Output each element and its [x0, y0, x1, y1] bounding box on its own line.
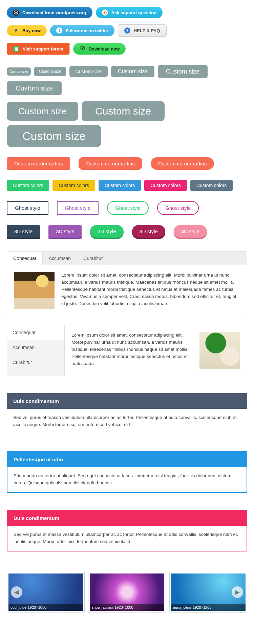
corner-radius-button[interactable]: Custom corner radius [151, 157, 214, 170]
corner-radius-button[interactable]: Custom corner radius [7, 157, 70, 170]
slide-caption: cool_blue-1920×1080 [8, 604, 83, 611]
panel-slate: Duis condimentum Sed vel purus et massa … [7, 393, 247, 434]
vtab-nav: Consequat Accumsan Curabitur [7, 325, 65, 376]
forum-icon: ▦ [13, 46, 19, 52]
visit-forum-button[interactable]: ▦ Visit support forum [7, 43, 70, 55]
tab-image [14, 272, 55, 309]
custom-colors-button[interactable]: Custom colors [99, 180, 141, 191]
custom-colors-button[interactable]: Custom colors [52, 180, 95, 191]
download-wordpress-button[interactable]: ⓦ Download from wordpress.org [7, 7, 92, 18]
tab-curabitur[interactable]: Curabitur [77, 251, 109, 265]
download-icon [79, 46, 85, 52]
ghost-button[interactable]: Ghost style [107, 201, 149, 215]
wordpress-icon: ⓦ [13, 9, 19, 16]
carousel-slide[interactable]: snow_aurora-1920×1080 [88, 572, 166, 612]
three-d-button[interactable]: 3D style [7, 225, 40, 238]
panel-body: Etiam porta eu tortor at aliquet. Sed eg… [7, 467, 247, 492]
follow-twitter-button[interactable]: t Follow me on twitter [50, 25, 114, 36]
vtab-consequat[interactable]: Consequat [7, 325, 64, 340]
ghost-button[interactable]: Ghost style [157, 201, 199, 215]
panel-title: Pellentesque at odio [7, 452, 247, 467]
vtab-accumsan[interactable]: Accumsan [7, 340, 64, 355]
image-carousel: ◀ cool_blue-1920×1080 snow_aurora-1920×1… [7, 572, 247, 612]
three-d-button[interactable]: 3D style [174, 225, 207, 238]
custom-colors-button[interactable]: Custom colors [144, 180, 187, 191]
custom-size-button[interactable]: Custom size [7, 67, 31, 76]
custom-size-button[interactable]: Custom size [82, 101, 165, 121]
paypal-icon: P [13, 27, 19, 34]
carousel-prev-button[interactable]: ◀ [11, 586, 22, 598]
panel-title: Duis condimentum [7, 510, 247, 526]
panel-body: Sed vel purus et massa vestibulum ullamc… [7, 526, 247, 551]
custom-colors-button[interactable]: Custom colors [7, 180, 49, 191]
vtab-content: Lorem ipsum dolor sit amet, consectetur … [71, 332, 193, 369]
tab-consequat[interactable]: Consequat [7, 251, 43, 265]
carousel-next-button[interactable]: ▶ [232, 586, 243, 598]
vertical-tabs: Consequat Accumsan Curabitur Lorem ipsum… [7, 325, 247, 376]
custom-size-button[interactable]: Custom size [111, 66, 154, 77]
custom-size-button[interactable]: Custom size [158, 65, 208, 78]
custom-size-button[interactable]: Custom size [7, 81, 62, 95]
horizontal-tabs: Consequat Accumsan Curabitur Lorem ipsum… [7, 251, 247, 316]
help-faq-button[interactable]: ? HELP & FAQ [118, 24, 167, 37]
three-d-button[interactable]: 3D style [48, 225, 82, 238]
download-now-button[interactable]: Download now [73, 43, 126, 55]
corner-radius-button[interactable]: Custom corner radius [79, 157, 142, 170]
three-d-button[interactable]: 3D style [132, 225, 165, 238]
buy-now-button[interactable]: P Buy now [7, 25, 47, 36]
ghost-button[interactable]: Ghost style [7, 201, 48, 215]
vtab-curabitur[interactable]: Curabitur [7, 355, 64, 370]
lifebuoy-icon: ◐ [102, 9, 108, 16]
tab-content: Lorem ipsum dolor sit amet, consectetur … [61, 272, 240, 309]
tab-accumsan[interactable]: Accumsan [43, 251, 77, 265]
label: Download from wordpress.org [22, 10, 86, 15]
three-d-button[interactable]: 3D style [90, 225, 123, 238]
custom-size-button[interactable]: Custom size [34, 67, 66, 76]
label: Follow me on twitter [66, 28, 108, 33]
twitter-icon: t [56, 27, 62, 34]
label: Buy now [22, 28, 41, 33]
panel-body: Sed vel purus et massa vestibulum ullamc… [7, 409, 247, 434]
label: Ask support question [111, 10, 157, 15]
ghost-button[interactable]: Ghost style [57, 201, 99, 215]
panel-pink: Duis condimentum Sed vel purus et massa … [7, 510, 247, 551]
custom-size-button[interactable]: Custom size [69, 66, 108, 77]
label: Visit support forum [23, 46, 63, 52]
custom-colors-button[interactable]: Custom colors [190, 180, 233, 191]
panel-blue: Pellentesque at odio Etiam porta eu tort… [7, 451, 247, 493]
custom-size-button[interactable]: Custom size [7, 125, 101, 147]
slide-caption: snow_aurora-1920×1080 [90, 604, 164, 611]
vtab-image [199, 332, 240, 369]
slide-caption: aqua_clear-1920×1200 [171, 604, 246, 611]
label: HELP & FAQ [134, 28, 160, 33]
help-icon: ? [124, 27, 130, 34]
tabs-bar: Consequat Accumsan Curabitur [7, 251, 247, 265]
panel-title: Duis condimentum [7, 394, 247, 409]
custom-size-button[interactable]: Custom size [7, 102, 78, 121]
label: Download now [89, 46, 120, 52]
ask-support-button[interactable]: ◐ Ask support question [96, 7, 163, 18]
